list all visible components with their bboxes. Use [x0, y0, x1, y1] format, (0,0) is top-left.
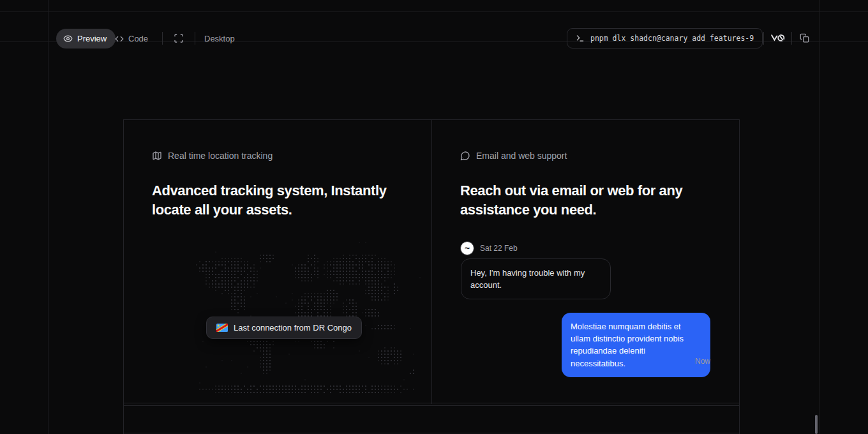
- preview-tab[interactable]: Preview: [56, 29, 116, 49]
- device-selector[interactable]: Desktop: [204, 34, 235, 43]
- frame-left-divider: [48, 0, 49, 434]
- terminal-icon: [576, 34, 585, 43]
- preview-toolbar: Preview Code Desktop pnpm dlx shadcn@can…: [0, 11, 868, 41]
- preview-tab-label: Preview: [77, 34, 107, 43]
- support-card-heading: Reach out via email or web for any assis…: [460, 181, 682, 220]
- chat-date-label: Sat 22 Feb: [480, 244, 518, 253]
- vertical-scrollbar-thumb[interactable]: [815, 415, 818, 434]
- toolbar-divider: [791, 32, 792, 45]
- features-section: Real time location tracking Advanced tra…: [123, 119, 740, 403]
- code-tab[interactable]: Code: [110, 29, 153, 49]
- section-bottom-border: [123, 405, 740, 406]
- toolbar-divider: [162, 32, 163, 45]
- outgoing-chat-timestamp: Now: [562, 357, 710, 366]
- code-icon: [115, 34, 124, 43]
- tracking-card-label: Real time location tracking: [168, 151, 273, 161]
- support-card: Email and web support Reach out via emai…: [432, 120, 740, 404]
- support-card-label: Email and web support: [476, 151, 567, 161]
- code-tab-label: Code: [128, 34, 148, 43]
- tracking-card: Real time location tracking Advanced tra…: [124, 120, 432, 404]
- last-connection-badge: Last connection from DR Congo: [206, 317, 362, 339]
- v0-logo-icon[interactable]: [771, 34, 785, 42]
- support-card-label-row: Email and web support: [460, 151, 567, 161]
- tracking-card-heading: Advanced tracking system, Instantly loca…: [152, 181, 386, 220]
- frame-right-divider: [819, 0, 819, 434]
- toolbar-divider: [763, 32, 764, 45]
- section-right-border-extension: [739, 403, 740, 434]
- eye-icon: [63, 34, 73, 43]
- outgoing-chat-bubble: Molestiae numquam debitis et ullam disti…: [562, 313, 710, 377]
- install-command-box[interactable]: pnpm dlx shadcn@canary add features-9: [567, 28, 763, 49]
- map-icon: [152, 151, 162, 161]
- incoming-chat-bubble: Hey, I'm having trouble with my account.: [461, 258, 611, 299]
- section-left-border-extension: [123, 403, 124, 434]
- chat-date-row: ~ Sat 22 Feb: [460, 241, 518, 255]
- copy-icon[interactable]: [800, 33, 809, 43]
- dr-congo-flag-icon: [216, 324, 228, 332]
- fullscreen-icon[interactable]: [174, 33, 184, 43]
- v0-preview-window: Preview Code Desktop pnpm dlx shadcn@can…: [0, 0, 868, 434]
- message-circle-icon: [460, 151, 470, 161]
- last-connection-badge-text: Last connection from DR Congo: [234, 323, 352, 333]
- install-command-text: pnpm dlx shadcn@canary add features-9: [590, 34, 754, 43]
- toolbar-divider: [195, 32, 195, 45]
- next-section-top-border: [123, 433, 740, 433]
- tracking-card-label-row: Real time location tracking: [152, 151, 273, 161]
- support-avatar: ~: [460, 241, 474, 255]
